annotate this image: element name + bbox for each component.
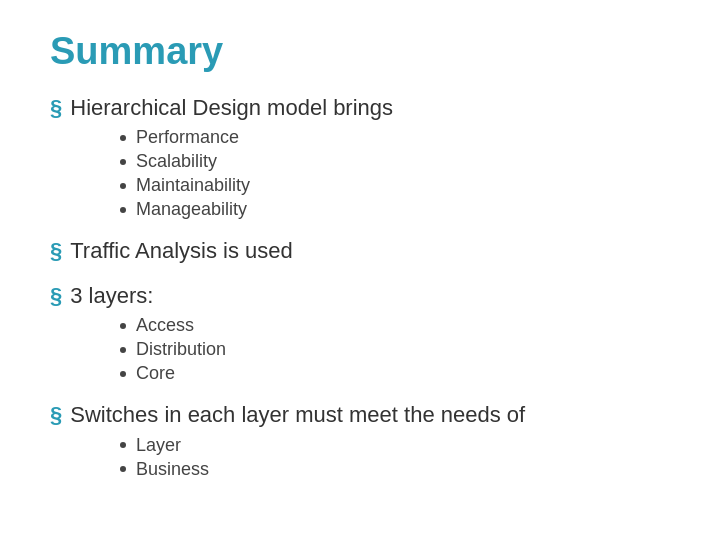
list-item: Manageability — [120, 199, 670, 220]
section-text-hierarchical: Hierarchical Design model brings — [70, 95, 393, 121]
section-layers: § 3 layers: Access Distribution Core — [50, 283, 670, 384]
section-text-switches: Switches in each layer must meet the nee… — [70, 402, 525, 428]
bullet-dot — [120, 371, 126, 377]
bullet-text: Business — [136, 459, 209, 480]
list-item: Maintainability — [120, 175, 670, 196]
bullet-list-switches: Layer Business — [120, 435, 670, 480]
list-item: Layer — [120, 435, 670, 456]
section-marker-hierarchical: § — [50, 95, 62, 121]
bullet-text: Manageability — [136, 199, 247, 220]
section-marker-layers: § — [50, 283, 62, 309]
section-text-traffic: Traffic Analysis is used — [70, 238, 293, 264]
bullet-text: Access — [136, 315, 194, 336]
list-item: Business — [120, 459, 670, 480]
section-heading-switches: § Switches in each layer must meet the n… — [50, 402, 670, 428]
section-marker-traffic: § — [50, 238, 62, 264]
list-item: Core — [120, 363, 670, 384]
section-switches: § Switches in each layer must meet the n… — [50, 402, 670, 479]
bullet-dot — [120, 207, 126, 213]
bullet-text: Distribution — [136, 339, 226, 360]
section-heading-layers: § 3 layers: — [50, 283, 670, 309]
bullet-text: Layer — [136, 435, 181, 456]
section-hierarchical: § Hierarchical Design model brings Perfo… — [50, 95, 670, 220]
bullet-dot — [120, 442, 126, 448]
section-heading-traffic: § Traffic Analysis is used — [50, 238, 670, 264]
bullet-dot — [120, 183, 126, 189]
bullet-text: Performance — [136, 127, 239, 148]
bullet-text: Core — [136, 363, 175, 384]
section-text-layers: 3 layers: — [70, 283, 153, 309]
bullet-list-hierarchical: Performance Scalability Maintainability … — [120, 127, 670, 220]
section-traffic: § Traffic Analysis is used — [50, 238, 670, 264]
bullet-dot — [120, 347, 126, 353]
bullet-dot — [120, 135, 126, 141]
section-marker-switches: § — [50, 402, 62, 428]
section-heading-hierarchical: § Hierarchical Design model brings — [50, 95, 670, 121]
page: Summary § Hierarchical Design model brin… — [0, 0, 720, 540]
bullet-dot — [120, 466, 126, 472]
page-title: Summary — [50, 30, 670, 73]
bullet-list-layers: Access Distribution Core — [120, 315, 670, 384]
list-item: Access — [120, 315, 670, 336]
bullet-dot — [120, 323, 126, 329]
list-item: Distribution — [120, 339, 670, 360]
bullet-text: Maintainability — [136, 175, 250, 196]
list-item: Scalability — [120, 151, 670, 172]
list-item: Performance — [120, 127, 670, 148]
bullet-text: Scalability — [136, 151, 217, 172]
bullet-dot — [120, 159, 126, 165]
